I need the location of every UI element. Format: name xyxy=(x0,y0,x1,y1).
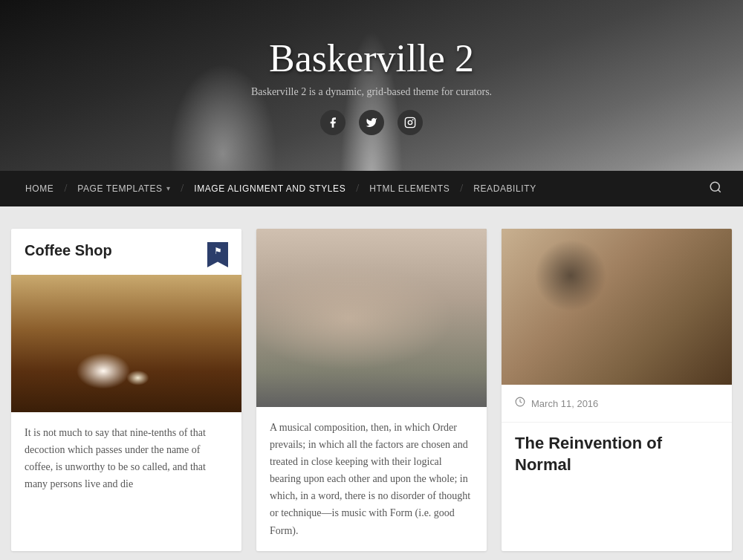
nav-item-home[interactable]: HOME xyxy=(15,171,64,206)
site-header: Baskerville 2 Baskerville 2 is a dynamic… xyxy=(0,0,743,171)
twitter-icon[interactable] xyxy=(359,110,384,135)
card-image-hands xyxy=(256,229,487,407)
svg-point-1 xyxy=(408,120,412,124)
svg-point-2 xyxy=(412,120,413,120)
card-title-reinvention: The Reinvention of Normal xyxy=(515,433,718,475)
header-content: Baskerville 2 Baskerville 2 is a dynamic… xyxy=(251,36,492,135)
site-title: Baskerville 2 xyxy=(251,36,492,80)
nav-item-readability[interactable]: READABILITY xyxy=(463,171,547,206)
nav-page-templates-label: PAGE TEMPLATES xyxy=(77,171,162,206)
card-excerpt-coffee: It is not much to say that nine-tenths o… xyxy=(25,424,228,492)
card-title-coffee: Coffee Shop xyxy=(25,242,112,259)
card-header-coffee: Coffee Shop xyxy=(11,229,241,275)
card-meta-reinvention: March 11, 2016 xyxy=(502,385,732,423)
dropdown-arrow-icon: ▾ xyxy=(166,171,171,206)
card-body-musical: A musical composition, then, in which Or… xyxy=(256,407,487,551)
posts-grid: Coffee Shop It is not much to say that n… xyxy=(11,229,732,551)
nav-item-page-templates[interactable]: PAGE TEMPLATES ▾ xyxy=(67,171,181,206)
post-card-musical: A musical composition, then, in which Or… xyxy=(256,229,487,551)
search-button[interactable] xyxy=(703,180,728,198)
card-date-reinvention: March 11, 2016 xyxy=(531,398,598,409)
main-nav: HOME / PAGE TEMPLATES ▾ / IMAGE ALIGNMEN… xyxy=(0,171,743,206)
main-content: Coffee Shop It is not much to say that n… xyxy=(0,206,743,560)
instagram-icon[interactable] xyxy=(398,110,423,135)
nav-item-html-elements[interactable]: HTML ELEMENTS xyxy=(359,171,460,206)
post-card-reinvention: March 11, 2016 The Reinvention of Normal xyxy=(502,229,732,551)
card-excerpt-musical: A musical composition, then, in which Or… xyxy=(270,419,473,539)
nav-item-image-alignment[interactable]: IMAGE ALIGNMENT AND STYLES xyxy=(184,171,356,206)
bookmark-icon xyxy=(207,242,228,267)
card-body-coffee: It is not much to say that nine-tenths o… xyxy=(11,412,241,504)
post-card-coffee-shop: Coffee Shop It is not much to say that n… xyxy=(11,229,241,551)
svg-point-3 xyxy=(710,182,719,191)
nav-items: HOME / PAGE TEMPLATES ▾ / IMAGE ALIGNMEN… xyxy=(15,171,703,206)
facebook-icon[interactable] xyxy=(320,110,345,135)
card-bottom-title-reinvention: The Reinvention of Normal xyxy=(502,423,732,486)
site-description: Baskerville 2 is a dynamic, grid-based t… xyxy=(251,86,492,98)
card-image-coffee xyxy=(11,275,241,412)
social-icons xyxy=(251,110,492,135)
card-image-tools xyxy=(502,229,732,385)
svg-rect-0 xyxy=(405,117,415,127)
clock-icon xyxy=(515,397,525,410)
